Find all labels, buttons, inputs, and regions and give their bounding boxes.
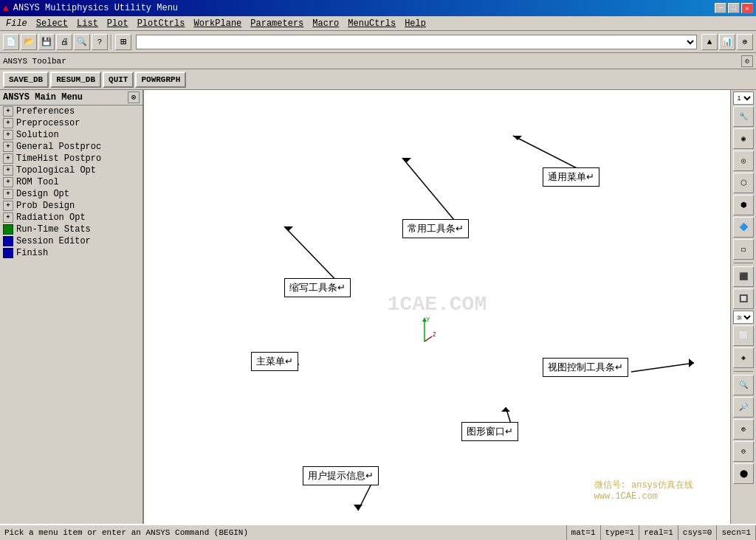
rt-btn-7[interactable]: ◻ — [733, 239, 754, 260]
sidebar-item-radiation-opt[interactable]: +Radiation Opt — [0, 212, 142, 224]
sidebar-item-label: TimeHist Postpro — [16, 153, 101, 164]
menu-item-file[interactable]: File — [1, 17, 32, 30]
sidebar-item-session-editor[interactable]: Session Editor — [0, 235, 142, 247]
powrgrph-button[interactable]: POWRGRPH — [135, 72, 186, 88]
sidebar-item-timehist-postpro[interactable]: +TimeHist Postpro — [0, 153, 142, 165]
rt-pan[interactable]: ⬤ — [733, 463, 754, 484]
svg-line-17 — [358, 481, 373, 510]
rt-zoom-fit[interactable]: ⊕ — [733, 419, 754, 440]
menu-item-workplane[interactable]: WorkPlane — [189, 17, 246, 30]
grid-button[interactable]: ⊞ — [115, 34, 131, 50]
title-bar: ▲ ANSYS Multiphysics Utility Menu — □ ✕ — [0, 0, 756, 16]
svg-marker-16 — [501, 407, 510, 412]
sidebar-icon — [3, 248, 13, 258]
watermark-bottom: 微信号: ansys仿真在线 www.1CAE.com — [594, 479, 693, 502]
sidebar-item-label: Session Editor — [16, 236, 91, 246]
sidebar-items: +Preferences+Preprocessor+Solution+Gener… — [0, 105, 142, 524]
sidebar-icon: + — [3, 177, 13, 187]
sidebar-icon: + — [3, 201, 13, 211]
status-csys: csys=0 — [678, 525, 718, 540]
help-button[interactable]: ? — [92, 34, 108, 50]
title-buttons: — □ ✕ — [715, 3, 753, 13]
menu-item-menuctrls[interactable]: MenuCtrls — [343, 17, 400, 30]
sidebar-icon: + — [3, 142, 13, 152]
menu-item-plotctrls[interactable]: PlotCtrls — [133, 17, 190, 30]
sidebar-item-general-postproc[interactable]: +General Postproc — [0, 141, 142, 153]
save-button[interactable]: 💾 — [38, 34, 55, 50]
right-toolbar: 1 🔧 ◉ ◎ ⬡ ⬢ 🔷 ◻ ⬛ 🔲 3i ⬜ ◈ 🔍 🔎 ⊕ ⊖ ⬤ — [730, 90, 756, 524]
svg-line-3 — [425, 336, 432, 342]
status-mat: mat=1 — [567, 525, 601, 540]
view-dropdown[interactable]: 1 — [733, 91, 754, 105]
rt-btn-8[interactable]: ⬛ — [733, 266, 754, 287]
minimize-button[interactable]: — — [715, 3, 726, 13]
rt-btn-4[interactable]: ⬡ — [733, 173, 754, 193]
sidebar-item-run-time-stats[interactable]: Run-Time Stats — [0, 224, 142, 235]
open-file-button[interactable]: 📂 — [21, 34, 37, 50]
rt-btn-1[interactable]: 🔧 — [733, 106, 754, 127]
rt-btn-10[interactable]: ⬜ — [733, 325, 754, 346]
ansys-toolbar-collapse-button[interactable]: ⊙ — [741, 55, 753, 67]
svg-marker-10 — [284, 226, 293, 231]
rt-separator — [734, 263, 753, 263]
annotation-shortcut-toolbar: 缩写工具条↵ — [284, 278, 351, 297]
rt-btn-6[interactable]: 🔷 — [733, 217, 754, 238]
close-button[interactable]: ✕ — [741, 3, 753, 13]
upload-button[interactable]: ▲ — [701, 34, 718, 50]
title-bar-left: ▲ ANSYS Multiphysics Utility Menu — [3, 3, 178, 14]
sidebar-item-finish[interactable]: Finish — [0, 247, 142, 259]
rt-zoom-out[interactable]: 🔎 — [733, 397, 754, 418]
ansys-toolbar-header: ANSYS Toolbar ⊙ — [0, 53, 756, 69]
rt-btn-11[interactable]: ◈ — [733, 347, 754, 368]
watermark: 1CAE.COM — [388, 293, 487, 316]
sidebar-icon: + — [3, 165, 13, 176]
toolbar-right: ▲ 📊 ⊕ — [701, 34, 753, 50]
rt-separator-2 — [734, 371, 753, 372]
copy-button[interactable]: 🖨 — [56, 34, 72, 50]
annotation-view-toolbar: 视图控制工具条↵ — [543, 358, 628, 377]
rt-btn-3[interactable]: ◎ — [733, 150, 754, 171]
maximize-button[interactable]: □ — [728, 3, 740, 13]
status-real: real=1 — [639, 525, 678, 540]
sidebar-collapse-button[interactable]: ⊙ — [128, 91, 140, 103]
sidebar-item-solution[interactable]: +Solution — [0, 129, 142, 141]
rt-btn-2[interactable]: ◉ — [733, 128, 754, 149]
sidebar-item-topological-opt[interactable]: +Topological Opt — [0, 165, 142, 176]
menu-item-select[interactable]: Select — [32, 17, 72, 30]
rt-btn-5[interactable]: ⬢ — [733, 195, 754, 215]
menu-item-parameters[interactable]: Parameters — [246, 17, 308, 30]
chart-button[interactable]: 📊 — [719, 34, 735, 50]
svg-marker-18 — [354, 505, 362, 510]
resum-db-button[interactable]: RESUM_DB — [50, 72, 101, 88]
annotation-graphic-window: 图形窗口↵ — [461, 422, 518, 441]
menu-item-macro[interactable]: Macro — [308, 17, 343, 30]
sidebar-item-preprocessor[interactable]: +Preprocessor — [0, 117, 142, 129]
rt-dropdown-2[interactable]: 3i — [733, 311, 754, 324]
save-db-button[interactable]: SAVE_DB — [3, 72, 49, 88]
common-toolbar: 📄 📂 💾 🖨 🔍 ? ⊞ ▲ 📊 ⊕ — [0, 31, 756, 53]
annotation-user-prompt: 用户提示信息↵ — [303, 466, 379, 485]
sidebar-item-label: Run-Time Stats — [16, 224, 91, 235]
sidebar-item-rom-tool[interactable]: +ROM Tool — [0, 176, 142, 188]
search-button[interactable]: 🔍 — [74, 34, 90, 50]
extra-button[interactable]: ⊕ — [737, 34, 753, 50]
sidebar-item-prob-design[interactable]: +Prob Design — [0, 200, 142, 212]
menu-item-list[interactable]: List — [72, 17, 103, 30]
rt-zoom-in[interactable]: 🔍 — [733, 375, 754, 395]
toolbar-dropdown[interactable] — [136, 35, 697, 49]
sidebar-icon: + — [3, 130, 13, 140]
status-type: type=1 — [601, 525, 640, 540]
svg-marker-14 — [689, 359, 694, 367]
sidebar-item-label: Design Opt — [16, 189, 69, 199]
sidebar-item-design-opt[interactable]: +Design Opt — [0, 188, 142, 200]
sidebar-icon — [3, 224, 13, 235]
shortcut-toolbar: SAVE_DB RESUM_DB QUIT POWRGRPH — [0, 69, 756, 90]
menu-item-plot[interactable]: Plot — [103, 17, 133, 30]
menu-item-help[interactable]: Help — [400, 17, 430, 30]
quit-button[interactable]: QUIT — [103, 72, 134, 88]
rt-btn-9[interactable]: 🔲 — [733, 288, 754, 309]
new-file-button[interactable]: 📄 — [3, 34, 19, 50]
graphic-window[interactable]: 1CAE.COM Y Z — [144, 90, 730, 524]
sidebar-item-preferences[interactable]: +Preferences — [0, 105, 142, 117]
rt-zoom-minus[interactable]: ⊖ — [733, 441, 754, 462]
